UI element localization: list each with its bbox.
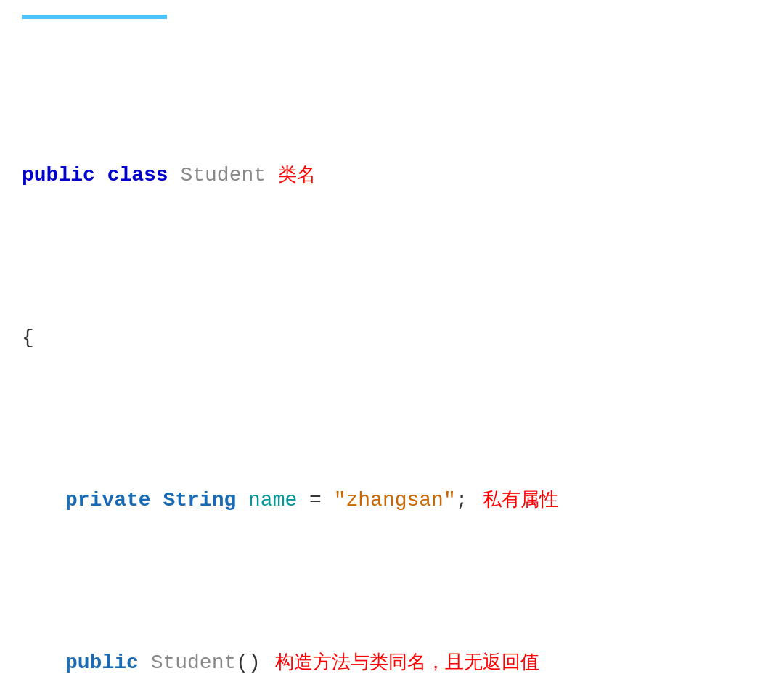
- brace-open: {: [22, 322, 34, 355]
- top-progress-bar: [22, 15, 167, 19]
- type-string: String: [163, 485, 248, 517]
- assign-op: =: [297, 485, 333, 517]
- keyword-private: private: [65, 485, 163, 517]
- semicolon: ;: [456, 485, 468, 517]
- annotation-private-field: 私有属性: [483, 485, 558, 515]
- class-declaration-line: public class Student 类名: [22, 160, 762, 192]
- field-declaration-line: private String name = "zhangsan";私有属性: [22, 485, 762, 517]
- code-container: public class Student 类名 { private String…: [22, 30, 762, 695]
- classname-student: Student: [180, 160, 277, 192]
- constructor1-params: (): [236, 647, 261, 680]
- string-value: "zhangsan": [334, 485, 456, 517]
- annotation-classname: 类名: [278, 160, 316, 190]
- keyword-class: class: [107, 160, 181, 192]
- keyword-public-2: public: [65, 647, 151, 680]
- constructor1-decl-line: public Student()构造方法与类同名，且无返回值: [22, 647, 762, 680]
- field-name: name: [248, 485, 297, 517]
- constructor1-name: Student: [151, 647, 237, 680]
- annotation-constructor-name: 构造方法与类同名，且无返回值: [275, 647, 539, 678]
- open-brace-class: {: [22, 322, 762, 355]
- keyword-public: public: [22, 160, 107, 192]
